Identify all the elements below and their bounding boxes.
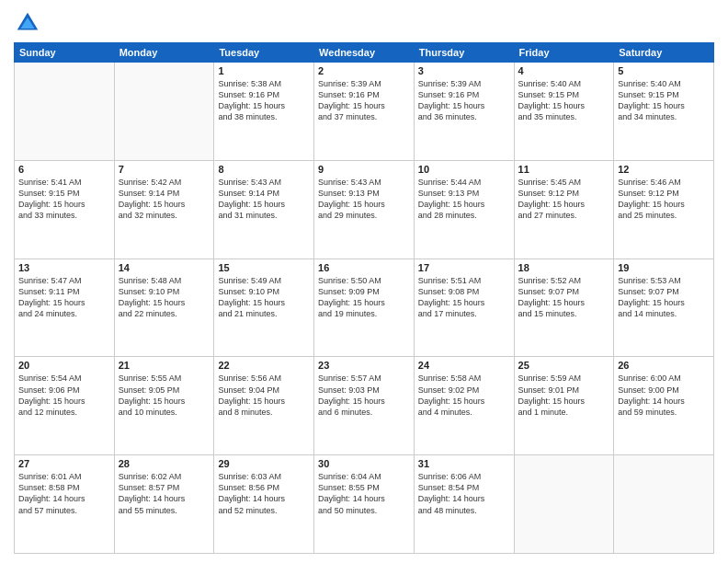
calendar-cell: 24Sunrise: 5:58 AM Sunset: 9:02 PM Dayli… (414, 357, 514, 455)
day-info: Sunrise: 6:03 AM Sunset: 8:56 PM Dayligh… (218, 471, 310, 516)
logo (14, 9, 45, 37)
day-info: Sunrise: 5:56 AM Sunset: 9:04 PM Dayligh… (218, 373, 310, 418)
day-number: 27 (18, 458, 110, 469)
calendar-week-row: 20Sunrise: 5:54 AM Sunset: 9:06 PM Dayli… (15, 357, 714, 455)
day-number: 13 (18, 262, 110, 273)
calendar-cell: 1Sunrise: 5:38 AM Sunset: 9:16 PM Daylig… (214, 63, 314, 161)
weekday-header: Wednesday (314, 43, 415, 63)
calendar-cell: 2Sunrise: 5:39 AM Sunset: 9:16 PM Daylig… (314, 63, 415, 161)
day-number: 6 (18, 164, 110, 175)
day-number: 9 (318, 164, 410, 175)
calendar-cell: 17Sunrise: 5:51 AM Sunset: 9:08 PM Dayli… (414, 259, 514, 357)
calendar-cell: 26Sunrise: 6:00 AM Sunset: 9:00 PM Dayli… (614, 357, 714, 455)
calendar-cell: 3Sunrise: 5:39 AM Sunset: 9:16 PM Daylig… (414, 63, 514, 161)
day-number: 30 (318, 458, 410, 469)
calendar-cell: 23Sunrise: 5:57 AM Sunset: 9:03 PM Dayli… (314, 357, 415, 455)
day-info: Sunrise: 5:46 AM Sunset: 9:12 PM Dayligh… (618, 177, 710, 222)
day-info: Sunrise: 5:42 AM Sunset: 9:14 PM Dayligh… (119, 177, 210, 222)
calendar-cell: 30Sunrise: 6:04 AM Sunset: 8:55 PM Dayli… (314, 455, 415, 554)
calendar-cell: 7Sunrise: 5:42 AM Sunset: 9:14 PM Daylig… (114, 160, 214, 259)
day-info: Sunrise: 6:01 AM Sunset: 8:58 PM Dayligh… (18, 471, 110, 516)
calendar-cell: 4Sunrise: 5:40 AM Sunset: 9:15 PM Daylig… (514, 63, 614, 161)
day-info: Sunrise: 5:50 AM Sunset: 9:09 PM Dayligh… (318, 275, 410, 320)
day-number: 3 (418, 65, 510, 76)
calendar-cell (614, 455, 714, 554)
day-number: 21 (119, 360, 210, 371)
day-number: 5 (618, 65, 710, 76)
day-info: Sunrise: 5:45 AM Sunset: 9:12 PM Dayligh… (518, 177, 610, 222)
day-number: 24 (418, 360, 510, 371)
calendar-cell: 31Sunrise: 6:06 AM Sunset: 8:54 PM Dayli… (414, 455, 514, 554)
calendar-week-row: 13Sunrise: 5:47 AM Sunset: 9:11 PM Dayli… (15, 259, 714, 357)
day-info: Sunrise: 5:43 AM Sunset: 9:13 PM Dayligh… (318, 177, 410, 222)
day-number: 28 (119, 458, 210, 469)
day-info: Sunrise: 5:52 AM Sunset: 9:07 PM Dayligh… (518, 275, 610, 320)
day-info: Sunrise: 5:51 AM Sunset: 9:08 PM Dayligh… (418, 275, 510, 320)
calendar-cell: 18Sunrise: 5:52 AM Sunset: 9:07 PM Dayli… (514, 259, 614, 357)
day-number: 20 (18, 360, 110, 371)
weekday-header: Sunday (15, 43, 115, 63)
calendar-cell: 14Sunrise: 5:48 AM Sunset: 9:10 PM Dayli… (114, 259, 214, 357)
calendar-week-row: 27Sunrise: 6:01 AM Sunset: 8:58 PM Dayli… (15, 455, 714, 554)
day-info: Sunrise: 6:04 AM Sunset: 8:55 PM Dayligh… (318, 471, 410, 516)
day-info: Sunrise: 6:06 AM Sunset: 8:54 PM Dayligh… (418, 471, 510, 516)
day-number: 29 (218, 458, 310, 469)
day-info: Sunrise: 5:54 AM Sunset: 9:06 PM Dayligh… (18, 373, 110, 418)
day-number: 12 (618, 164, 710, 175)
calendar-cell (514, 455, 614, 554)
calendar-cell: 11Sunrise: 5:45 AM Sunset: 9:12 PM Dayli… (514, 160, 614, 259)
day-info: Sunrise: 5:38 AM Sunset: 9:16 PM Dayligh… (218, 78, 310, 123)
day-info: Sunrise: 5:40 AM Sunset: 9:15 PM Dayligh… (518, 78, 610, 123)
day-number: 15 (218, 262, 310, 273)
day-number: 4 (518, 65, 610, 76)
day-number: 11 (518, 164, 610, 175)
day-number: 19 (618, 262, 710, 273)
day-number: 1 (218, 65, 310, 76)
calendar-cell: 16Sunrise: 5:50 AM Sunset: 9:09 PM Dayli… (314, 259, 415, 357)
day-info: Sunrise: 5:59 AM Sunset: 9:01 PM Dayligh… (518, 373, 610, 418)
calendar-cell: 6Sunrise: 5:41 AM Sunset: 9:15 PM Daylig… (15, 160, 115, 259)
calendar-cell: 13Sunrise: 5:47 AM Sunset: 9:11 PM Dayli… (15, 259, 115, 357)
day-info: Sunrise: 5:58 AM Sunset: 9:02 PM Dayligh… (418, 373, 510, 418)
calendar-cell: 12Sunrise: 5:46 AM Sunset: 9:12 PM Dayli… (614, 160, 714, 259)
weekday-header: Thursday (414, 43, 514, 63)
day-info: Sunrise: 5:55 AM Sunset: 9:05 PM Dayligh… (119, 373, 210, 418)
day-info: Sunrise: 5:47 AM Sunset: 9:11 PM Dayligh… (18, 275, 110, 320)
day-info: Sunrise: 5:39 AM Sunset: 9:16 PM Dayligh… (318, 78, 410, 123)
day-info: Sunrise: 5:43 AM Sunset: 9:14 PM Dayligh… (218, 177, 310, 222)
day-info: Sunrise: 5:39 AM Sunset: 9:16 PM Dayligh… (418, 78, 510, 123)
day-info: Sunrise: 6:00 AM Sunset: 9:00 PM Dayligh… (618, 373, 710, 418)
day-info: Sunrise: 5:53 AM Sunset: 9:07 PM Dayligh… (618, 275, 710, 320)
calendar-week-row: 6Sunrise: 5:41 AM Sunset: 9:15 PM Daylig… (15, 160, 714, 259)
calendar-cell: 27Sunrise: 6:01 AM Sunset: 8:58 PM Dayli… (15, 455, 115, 554)
calendar-cell: 5Sunrise: 5:40 AM Sunset: 9:15 PM Daylig… (614, 63, 714, 161)
calendar-cell: 22Sunrise: 5:56 AM Sunset: 9:04 PM Dayli… (214, 357, 314, 455)
day-number: 7 (119, 164, 210, 175)
calendar-cell: 21Sunrise: 5:55 AM Sunset: 9:05 PM Dayli… (114, 357, 214, 455)
day-number: 10 (418, 164, 510, 175)
day-info: Sunrise: 5:44 AM Sunset: 9:13 PM Dayligh… (418, 177, 510, 222)
calendar-cell: 10Sunrise: 5:44 AM Sunset: 9:13 PM Dayli… (414, 160, 514, 259)
header (14, 9, 714, 37)
calendar-cell (114, 63, 214, 161)
day-number: 2 (318, 65, 410, 76)
day-info: Sunrise: 5:49 AM Sunset: 9:10 PM Dayligh… (218, 275, 310, 320)
calendar-cell: 20Sunrise: 5:54 AM Sunset: 9:06 PM Dayli… (15, 357, 115, 455)
day-number: 25 (518, 360, 610, 371)
day-number: 17 (418, 262, 510, 273)
page: SundayMondayTuesdayWednesdayThursdayFrid… (0, 0, 728, 563)
calendar-cell: 28Sunrise: 6:02 AM Sunset: 8:57 PM Dayli… (114, 455, 214, 554)
day-number: 31 (418, 458, 510, 469)
calendar-table: SundayMondayTuesdayWednesdayThursdayFrid… (14, 42, 714, 554)
calendar-cell: 9Sunrise: 5:43 AM Sunset: 9:13 PM Daylig… (314, 160, 415, 259)
day-info: Sunrise: 6:02 AM Sunset: 8:57 PM Dayligh… (119, 471, 210, 516)
day-number: 14 (119, 262, 210, 273)
day-info: Sunrise: 5:40 AM Sunset: 9:15 PM Dayligh… (618, 78, 710, 123)
weekday-header: Friday (514, 43, 614, 63)
calendar-header-row: SundayMondayTuesdayWednesdayThursdayFrid… (15, 43, 714, 63)
calendar-cell: 29Sunrise: 6:03 AM Sunset: 8:56 PM Dayli… (214, 455, 314, 554)
day-number: 16 (318, 262, 410, 273)
day-number: 22 (218, 360, 310, 371)
day-number: 26 (618, 360, 710, 371)
calendar-cell: 8Sunrise: 5:43 AM Sunset: 9:14 PM Daylig… (214, 160, 314, 259)
